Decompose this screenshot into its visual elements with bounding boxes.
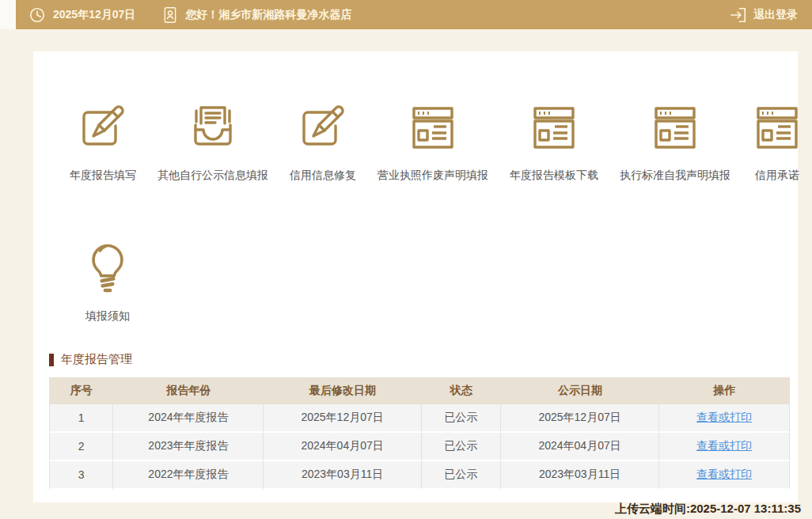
topbar: 2025年12月07日 您好！湘乡市新湘路科曼净水器店 退出登录 [16,0,812,29]
menu-item-label: 年度报告模板下载 [510,169,598,183]
menu-item-label: 营业执照作废声明填报 [378,169,488,183]
section-title-bar [49,354,54,366]
table-row: 3 2022年年度报告 2023年03月11日 已公示 2023年03月11日 … [49,461,790,490]
pencil-box-icon [78,100,128,156]
topbar-greeting: 您好！湘乡市新湘路科曼净水器店 [185,8,351,22]
browser-window-icon [529,100,579,156]
menu-item-filing-notice[interactable]: 填报须知 [70,237,146,324]
menu-item-report-template-download[interactable]: 年度报告模板下载 [510,100,598,183]
cell-seq: 2 [49,433,113,461]
table-header-row: 序号 报告年份 最后修改日期 状态 公示日期 操作 [49,377,790,404]
cell-seq: 1 [49,404,113,433]
cell-publish-date: 2025年12月07日 [501,404,659,433]
browser-window-icon [408,100,458,156]
topbar-date: 2025年12月07日 [53,8,135,22]
cell-status: 已公示 [422,433,501,461]
annual-report-table: 序号 报告年份 最后修改日期 状态 公示日期 操作 1 2024年年度报告 20… [49,377,790,490]
view-or-print-link[interactable]: 查看或打印 [696,411,752,423]
cell-seq: 3 [49,461,113,490]
pencil-box-icon [298,100,348,156]
clock-icon [28,6,46,24]
menu-item-label: 执行标准自我声明填报 [620,169,730,183]
topbar-date-group: 2025年12月07日 [28,6,135,24]
cell-publish-date: 2023年03月11日 [501,461,659,490]
light-bulb-icon [81,237,135,297]
menu-item-label: 信用承诺 [755,169,799,183]
inbox-document-icon [188,100,238,156]
cell-modified: 2023年03月11日 [264,461,421,490]
menu-item-label: 填报须知 [85,309,130,324]
menu-item-standard-self-declare[interactable]: 执行标准自我声明填报 [620,100,730,183]
col-header-modified: 最后修改日期 [264,377,421,404]
browser-window-icon [650,100,700,156]
col-header-status: 状态 [422,377,501,404]
menu-item-annual-report-fill[interactable]: 年度报告填写 [70,100,136,183]
logout-icon [730,6,747,24]
table-row: 2 2023年年度报告 2024年04月07日 已公示 2024年04月07日 … [49,433,790,461]
menu-item-credit-repair[interactable]: 信用信息修复 [290,100,356,183]
menu-item-label: 年度报告填写 [70,169,136,183]
main-panel: 年度报告填写 其他自行公示信息填报 [33,51,798,502]
menu-item-license-void-declare[interactable]: 营业执照作废声明填报 [378,100,488,183]
menu-item-other-public-info[interactable]: 其他自行公示信息填报 [157,100,268,183]
menu-item-credit-commitment[interactable]: 信用承诺 [752,100,803,183]
table-row: 1 2024年年度报告 2025年12月07日 已公示 2025年12月07日 … [49,404,790,433]
view-or-print-link[interactable]: 查看或打印 [696,439,752,452]
cell-year: 2022年年度报告 [113,461,264,490]
col-header-year: 报告年份 [113,377,264,404]
menu-item-label: 信用信息修复 [290,169,356,183]
topbar-user-group: 您好！湘乡市新湘路科曼净水器店 [162,6,351,24]
col-header-seq: 序号 [49,377,113,404]
cell-publish-date: 2024年04月07日 [501,433,659,461]
cell-modified: 2025年12月07日 [264,404,421,433]
logout-button[interactable]: 退出登录 [730,6,798,24]
cell-year: 2024年年度报告 [113,404,264,433]
view-or-print-link[interactable]: 查看或打印 [696,468,752,480]
user-badge-icon [162,6,178,24]
page-corner [0,0,16,29]
upload-timestamp: 上传云端时间:2025-12-07 13:11:35 [615,502,801,517]
col-header-publish-date: 公示日期 [501,377,659,404]
annual-report-section: 年度报告管理 序号 报告年份 最后修改日期 状态 公示日期 操作 1 [49,352,790,490]
cell-status: 已公示 [422,404,501,433]
menu-row-1: 年度报告填写 其他自行公示信息填报 [33,51,798,183]
cell-status: 已公示 [422,461,501,490]
menu-item-label: 其他自行公示信息填报 [157,169,268,183]
section-title-text: 年度报告管理 [61,352,132,367]
menu-row-2: 填报须知 [33,183,798,324]
cell-modified: 2024年04月07日 [264,433,421,461]
cell-year: 2023年年度报告 [113,433,264,461]
section-title: 年度报告管理 [49,352,790,367]
browser-window-icon [752,100,803,156]
logout-label: 退出登录 [753,8,798,22]
col-header-action: 操作 [659,377,790,404]
